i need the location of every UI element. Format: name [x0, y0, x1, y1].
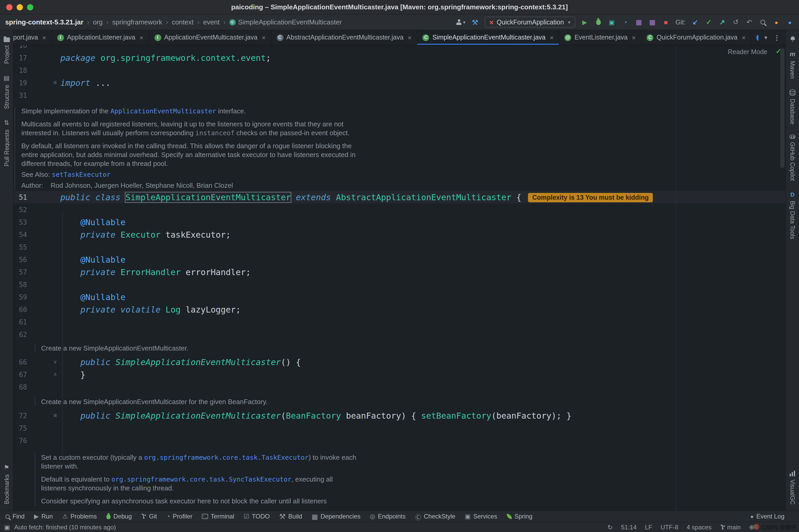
editor-tab[interactable]: eSupport.java× [14, 30, 52, 45]
tab-close-icon[interactable]: × [742, 34, 745, 41]
toolwindow-button-github-copilot[interactable]: GitHub Copilot [790, 135, 796, 181]
line-number[interactable]: 68 [14, 383, 27, 391]
tab-options-icon[interactable] [774, 34, 780, 41]
build-hammer-icon[interactable] [471, 17, 479, 27]
toolwindow-button-database[interactable]: Database [790, 89, 796, 124]
code-line-16[interactable]: 16 [14, 45, 785, 52]
plugin-grid-icon-2[interactable] [648, 17, 656, 27]
code-line-60[interactable]: 60 private volatile Log lazyLogger; [14, 303, 785, 316]
line-number[interactable]: 52 [14, 206, 27, 213]
breadcrumb-item[interactable]: spring-context-5.3.21.jar [5, 18, 83, 26]
line-number[interactable]: 16 [14, 45, 27, 49]
editor-tab-active[interactable]: CSimpleApplicationEventMulticaster.java× [417, 30, 559, 45]
toolwindow-button-bookmarks[interactable]: Bookmarks [3, 464, 9, 505]
tab-close-icon[interactable]: × [407, 34, 412, 41]
code-line-51[interactable]: 51public class SimpleApplicationEventMul… [14, 191, 785, 203]
user-account-icon[interactable] [456, 17, 465, 27]
code-line-59[interactable]: 59 @Nullable [14, 291, 785, 303]
line-number[interactable]: 62 [14, 330, 27, 338]
undo-button[interactable] [745, 17, 753, 27]
toolwindow-problems[interactable]: Problems [62, 513, 97, 520]
history-button[interactable] [732, 17, 740, 27]
notification-badge-icon[interactable] [773, 17, 780, 27]
line-number[interactable]: 19 [14, 79, 27, 87]
toolwindow-button-notifications[interactable] [791, 36, 795, 40]
code-line-75[interactable]: 75 [14, 422, 785, 434]
git-push-button[interactable] [718, 17, 726, 27]
line-number[interactable]: 57 [14, 268, 27, 276]
toolwindow-run[interactable]: Run [34, 513, 53, 520]
minimize-window-icon[interactable] [17, 4, 23, 10]
reader-mode-label[interactable]: Reader Mode [728, 49, 767, 56]
tab-close-icon[interactable]: × [550, 34, 553, 41]
toolwindow-debug[interactable]: Debug [106, 513, 132, 520]
toolwindow-build[interactable]: Build [279, 512, 302, 520]
code-line-61[interactable]: 61 [14, 316, 785, 328]
toolwindow-terminal[interactable]: Terminal [202, 513, 234, 520]
line-number[interactable]: 75 [14, 424, 27, 432]
breadcrumb-item[interactable]: cSimpleApplicationEventMulticaster [229, 18, 342, 26]
line-number[interactable]: 59 [14, 293, 27, 301]
cursor-position[interactable]: 51:14 [621, 524, 637, 531]
git-branch[interactable]: main [720, 524, 741, 531]
line-number[interactable]: 72 [14, 412, 27, 419]
editor[interactable]: 1617package org.springframework.context.… [14, 45, 785, 511]
zoom-window-icon[interactable] [27, 4, 33, 10]
editor-tab[interactable]: CAbstractApplicationEventMulticaster.jav… [271, 30, 417, 45]
search-everywhere-icon[interactable] [759, 17, 767, 27]
line-number[interactable]: 66 [14, 358, 27, 366]
toolwindow-endpoints[interactable]: Endpoints [370, 513, 406, 520]
profiler-button[interactable] [621, 17, 629, 27]
breadcrumb-item[interactable]: org [93, 18, 103, 26]
code-line-52[interactable]: 52 [14, 203, 785, 216]
code-line-56[interactable]: 56 @Nullable [14, 253, 785, 266]
line-number[interactable]: 55 [14, 243, 27, 251]
breadcrumb-item[interactable]: context [172, 18, 193, 26]
code-line-66[interactable]: 66∨ public SimpleApplicationEventMultica… [14, 356, 785, 368]
code-line-19[interactable]: 19⊞import ... [14, 76, 785, 89]
editor-tab[interactable]: CQuickForumApplication.java× [641, 30, 751, 45]
complexity-inlay[interactable]: Complexity is 13 You must be kidding [528, 193, 653, 202]
toolwindow-button-structure[interactable]: Structure [3, 74, 9, 109]
window-controls[interactable] [0, 4, 33, 10]
fold-marker-icon[interactable]: ∨ [51, 356, 59, 368]
line-number[interactable]: 54 [14, 231, 27, 239]
code-line-76[interactable]: 76 [14, 434, 785, 447]
background-tasks-icon[interactable] [608, 524, 613, 531]
run-button[interactable] [581, 17, 589, 27]
tab-close-icon[interactable]: × [632, 34, 636, 41]
code-line-68[interactable]: 68 [14, 381, 785, 393]
code-line-62[interactable]: 62 [14, 328, 785, 341]
code-line-53[interactable]: 53 @Nullable [14, 216, 785, 228]
tab-close-icon[interactable]: × [42, 34, 46, 41]
code-line-55[interactable]: 55 [14, 241, 785, 253]
line-number[interactable]: 56 [14, 255, 27, 263]
toolwindow-spring[interactable]: Spring [507, 513, 532, 520]
toolwindow-profiler[interactable]: Profiler [167, 513, 193, 520]
toolwindow-dependencies[interactable]: Dependencies [311, 513, 361, 520]
fold-marker-icon[interactable]: ⊞ [51, 409, 59, 422]
code-line-72[interactable]: 72⊞ public SimpleApplicationEventMultica… [14, 409, 785, 422]
close-window-icon[interactable] [6, 4, 13, 10]
fold-marker-icon[interactable]: ⊞ [51, 76, 59, 89]
breadcrumb-item[interactable]: event [203, 18, 220, 26]
line-number[interactable]: 60 [14, 305, 27, 313]
toolwindow-button-visualgc[interactable]: VisualGC [790, 470, 796, 505]
line-number[interactable]: 67 [14, 370, 27, 378]
stop-button[interactable] [662, 17, 670, 27]
editor-tab[interactable]: IApplicationListener.java× [52, 30, 149, 45]
code-line-17[interactable]: 17package org.springframework.context.ev… [14, 52, 785, 64]
tab-close-icon[interactable]: × [262, 34, 266, 41]
code-line-58[interactable]: 58 [14, 278, 785, 291]
toolwindow-checkstyle[interactable]: CheckStyle [415, 512, 455, 521]
git-commit-button[interactable] [705, 17, 712, 27]
profile-badge-icon[interactable] [786, 17, 794, 27]
javadoc-link[interactable]: org.springframework.core.task.SyncTaskEx… [111, 475, 291, 483]
debug-button[interactable] [594, 17, 602, 27]
javadoc-link[interactable]: setTaskExecutor [52, 171, 111, 178]
toolwindow-todo[interactable]: TODO [244, 513, 270, 520]
toolwindow-git[interactable]: Git [141, 513, 157, 520]
code-line-18[interactable]: 18 [14, 64, 785, 76]
tab-list-dropdown-icon[interactable] [764, 34, 767, 41]
plugin-grid-icon-1[interactable] [635, 17, 643, 27]
